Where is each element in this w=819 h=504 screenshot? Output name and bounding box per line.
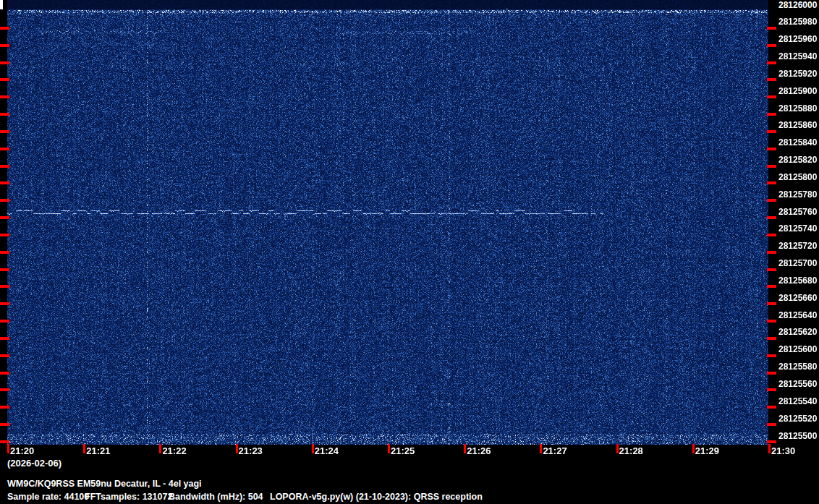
time-tick-mark — [388, 444, 390, 453]
freq-tick-label: 28125820 — [778, 155, 819, 165]
time-tick-mark — [616, 444, 619, 453]
freq-tick-mark-right — [767, 44, 776, 47]
time-tick-label: 21:25 — [391, 446, 415, 456]
freq-tick-mark-left — [0, 320, 9, 323]
freq-tick-mark-left — [0, 268, 9, 271]
time-tick-mark — [692, 444, 695, 453]
freq-tick-mark-right — [767, 113, 776, 116]
freq-tick-label: 28125600 — [778, 345, 819, 354]
fft-samples-label: FFTsamples: 131072 — [85, 492, 172, 502]
freq-tick-label: 28125960 — [778, 35, 819, 44]
freq-tick-mark-right — [767, 440, 776, 443]
station-info-line: WM9C/KQ9RSS EM59nu Decatur, IL - 4el yag… — [7, 479, 202, 489]
software-version-label: LOPORA-v5g.py(w) (21-10-2023): QRSS rece… — [270, 492, 483, 502]
freq-tick-mark-left — [0, 130, 9, 133]
freq-tick-mark-right — [767, 234, 776, 236]
time-tick-mark — [236, 444, 238, 453]
freq-tick-label: 28125880 — [778, 104, 819, 114]
freq-tick-label: 28125540 — [778, 397, 819, 406]
qrss-grabber-screen: 2812600028125980281259602812594028125920… — [0, 0, 819, 504]
freq-tick-mark-right — [767, 337, 776, 340]
freq-tick-mark-right — [767, 78, 776, 81]
freq-tick-mark-left — [0, 388, 9, 391]
freq-tick-label: 28125840 — [778, 138, 819, 148]
freq-tick-mark-right — [767, 165, 776, 168]
freq-tick-mark-left — [0, 302, 9, 305]
freq-tick-mark-right — [767, 302, 776, 305]
freq-tick-mark-right — [767, 148, 776, 150]
freq-tick-mark-left — [0, 372, 9, 375]
freq-tick-mark-left — [0, 440, 9, 443]
time-tick-label: 21:26 — [467, 446, 491, 456]
freq-tick-mark-left — [0, 423, 9, 426]
freq-tick-label: 28125640 — [778, 311, 819, 320]
freq-tick-mark-right — [767, 268, 776, 271]
freq-tick-mark-left — [0, 216, 9, 219]
time-tick-label: 21:27 — [543, 446, 566, 456]
freq-tick-label: 28125940 — [778, 52, 819, 61]
corner-marker — [0, 0, 3, 9]
freq-tick-mark-left — [0, 148, 9, 150]
freq-tick-label: 28125560 — [778, 380, 819, 389]
freq-tick-label: 28125700 — [778, 259, 819, 268]
time-tick-mark — [540, 444, 542, 453]
time-tick-label: 21:28 — [619, 446, 643, 456]
freq-tick-mark-right — [767, 320, 776, 323]
time-tick-mark — [159, 444, 161, 453]
freq-tick-label: 28125580 — [778, 362, 819, 372]
freq-tick-mark-left — [0, 61, 9, 64]
freq-tick-mark-right — [767, 130, 776, 133]
freq-tick-mark-left — [0, 406, 9, 409]
freq-tick-label: 28125760 — [778, 208, 819, 217]
freq-tick-mark-right — [767, 423, 776, 426]
freq-tick-label: 28125740 — [778, 224, 819, 234]
time-tick-mark — [83, 444, 85, 453]
time-tick-mark — [7, 444, 9, 453]
time-tick-mark — [464, 444, 466, 453]
freq-tick-mark-right — [767, 27, 776, 30]
freq-tick-label: 28125900 — [778, 87, 819, 96]
freq-tick-mark-right — [767, 406, 776, 409]
freq-tick-label: 28126000 — [778, 1, 819, 10]
time-tick-mark — [768, 444, 771, 453]
freq-tick-label: 28125680 — [778, 276, 819, 286]
time-tick-label: 21:24 — [315, 446, 339, 456]
time-tick-label: 21:29 — [695, 446, 719, 456]
freq-tick-label: 28125720 — [778, 242, 819, 251]
freq-tick-mark-left — [0, 251, 9, 254]
freq-tick-mark-left — [0, 165, 9, 168]
freq-tick-mark-right — [767, 181, 776, 184]
freq-tick-mark-left — [0, 181, 9, 184]
sample-rate-label: Sample rate: 44100 — [7, 492, 89, 502]
freq-tick-mark-right — [767, 216, 776, 219]
freq-tick-label: 28125620 — [778, 328, 819, 337]
time-tick-label: 21:21 — [86, 446, 110, 456]
freq-tick-label: 28125660 — [778, 294, 819, 303]
freq-tick-mark-left — [0, 285, 9, 288]
freq-tick-mark-left — [0, 234, 9, 236]
freq-tick-mark-left — [0, 78, 9, 81]
freq-tick-label: 28125800 — [778, 173, 819, 182]
freq-tick-mark-left — [0, 44, 9, 47]
freq-tick-mark-right — [767, 251, 776, 254]
freq-tick-mark-right — [767, 285, 776, 288]
bandwidth-label: Bandwidth (mHz): 504 — [169, 492, 263, 502]
time-tick-mark — [312, 444, 314, 453]
freq-tick-label: 28125780 — [778, 190, 819, 200]
time-tick-label: 21:22 — [162, 446, 186, 456]
spectrogram-canvas — [7, 0, 768, 445]
freq-tick-mark-left — [0, 27, 9, 30]
freq-tick-mark-left — [0, 354, 9, 357]
freq-tick-label: 28125860 — [778, 121, 819, 130]
freq-tick-mark-right — [767, 388, 776, 391]
freq-tick-mark-right — [767, 354, 776, 357]
freq-tick-mark-left — [0, 337, 9, 340]
freq-tick-mark-right — [767, 95, 776, 98]
freq-tick-mark-left — [0, 113, 9, 116]
freq-tick-label: 28125500 — [778, 432, 819, 441]
freq-tick-mark-right — [767, 372, 776, 375]
freq-tick-mark-right — [767, 199, 776, 202]
freq-tick-label: 28125520 — [778, 414, 819, 424]
time-tick-label: 21:30 — [771, 446, 795, 456]
freq-tick-mark-right — [767, 61, 776, 64]
